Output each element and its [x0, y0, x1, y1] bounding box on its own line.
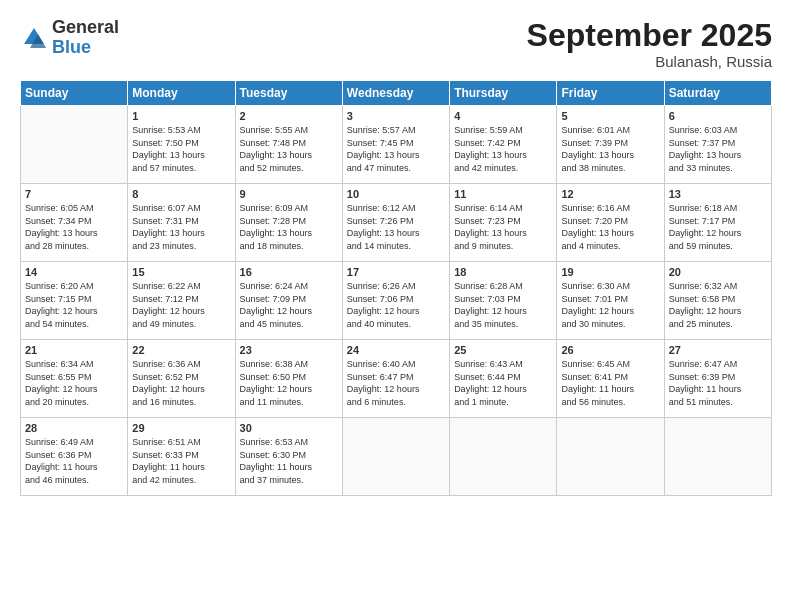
cell-info: and 47 minutes.: [347, 162, 445, 175]
cell-info: and 11 minutes.: [240, 396, 338, 409]
cell-info: Sunrise: 6:30 AM: [561, 280, 659, 293]
calendar-cell: 27Sunrise: 6:47 AMSunset: 6:39 PMDayligh…: [664, 340, 771, 418]
cell-info: Daylight: 13 hours: [561, 227, 659, 240]
cell-info: Sunrise: 6:18 AM: [669, 202, 767, 215]
day-number: 17: [347, 266, 445, 278]
calendar-cell: 20Sunrise: 6:32 AMSunset: 6:58 PMDayligh…: [664, 262, 771, 340]
cell-info: Daylight: 12 hours: [347, 383, 445, 396]
cell-info: Sunrise: 6:05 AM: [25, 202, 123, 215]
cell-info: Daylight: 13 hours: [454, 227, 552, 240]
calendar-cell: 6Sunrise: 6:03 AMSunset: 7:37 PMDaylight…: [664, 106, 771, 184]
cell-info: Daylight: 12 hours: [240, 305, 338, 318]
cell-info: and 16 minutes.: [132, 396, 230, 409]
cell-info: Sunrise: 5:57 AM: [347, 124, 445, 137]
day-number: 13: [669, 188, 767, 200]
weekday-header-friday: Friday: [557, 81, 664, 106]
day-number: 21: [25, 344, 123, 356]
day-number: 4: [454, 110, 552, 122]
weekday-header-thursday: Thursday: [450, 81, 557, 106]
calendar-cell: 29Sunrise: 6:51 AMSunset: 6:33 PMDayligh…: [128, 418, 235, 496]
cell-info: Sunset: 6:30 PM: [240, 449, 338, 462]
calendar-cell: 30Sunrise: 6:53 AMSunset: 6:30 PMDayligh…: [235, 418, 342, 496]
day-number: 14: [25, 266, 123, 278]
cell-info: and 59 minutes.: [669, 240, 767, 253]
logo-general: General: [52, 18, 119, 38]
day-number: 20: [669, 266, 767, 278]
cell-info: Sunset: 6:55 PM: [25, 371, 123, 384]
day-number: 29: [132, 422, 230, 434]
cell-info: Daylight: 12 hours: [561, 305, 659, 318]
cell-info: Sunrise: 6:32 AM: [669, 280, 767, 293]
cell-info: Sunrise: 6:45 AM: [561, 358, 659, 371]
cell-info: Sunrise: 6:24 AM: [240, 280, 338, 293]
cell-info: Sunrise: 5:53 AM: [132, 124, 230, 137]
cell-info: Sunrise: 6:28 AM: [454, 280, 552, 293]
calendar-cell: 28Sunrise: 6:49 AMSunset: 6:36 PMDayligh…: [21, 418, 128, 496]
week-row-4: 21Sunrise: 6:34 AMSunset: 6:55 PMDayligh…: [21, 340, 772, 418]
day-number: 23: [240, 344, 338, 356]
cell-info: Sunrise: 6:01 AM: [561, 124, 659, 137]
cell-info: Sunset: 7:23 PM: [454, 215, 552, 228]
day-number: 12: [561, 188, 659, 200]
calendar-cell: 22Sunrise: 6:36 AMSunset: 6:52 PMDayligh…: [128, 340, 235, 418]
calendar-cell: 7Sunrise: 6:05 AMSunset: 7:34 PMDaylight…: [21, 184, 128, 262]
day-number: 24: [347, 344, 445, 356]
cell-info: Sunset: 6:50 PM: [240, 371, 338, 384]
week-row-1: 1Sunrise: 5:53 AMSunset: 7:50 PMDaylight…: [21, 106, 772, 184]
calendar-cell: 18Sunrise: 6:28 AMSunset: 7:03 PMDayligh…: [450, 262, 557, 340]
cell-info: Daylight: 11 hours: [132, 461, 230, 474]
cell-info: Daylight: 11 hours: [240, 461, 338, 474]
cell-info: Sunrise: 6:16 AM: [561, 202, 659, 215]
cell-info: Sunrise: 6:38 AM: [240, 358, 338, 371]
cell-info: Daylight: 13 hours: [347, 149, 445, 162]
cell-info: Sunset: 6:52 PM: [132, 371, 230, 384]
cell-info: Sunrise: 6:22 AM: [132, 280, 230, 293]
calendar-cell: 16Sunrise: 6:24 AMSunset: 7:09 PMDayligh…: [235, 262, 342, 340]
cell-info: and 30 minutes.: [561, 318, 659, 331]
cell-info: Sunset: 7:34 PM: [25, 215, 123, 228]
calendar-cell: 11Sunrise: 6:14 AMSunset: 7:23 PMDayligh…: [450, 184, 557, 262]
cell-info: and 42 minutes.: [132, 474, 230, 487]
cell-info: Daylight: 13 hours: [454, 149, 552, 162]
calendar-cell: 13Sunrise: 6:18 AMSunset: 7:17 PMDayligh…: [664, 184, 771, 262]
calendar-cell: 3Sunrise: 5:57 AMSunset: 7:45 PMDaylight…: [342, 106, 449, 184]
cell-info: Sunrise: 6:51 AM: [132, 436, 230, 449]
day-number: 30: [240, 422, 338, 434]
calendar-table: SundayMondayTuesdayWednesdayThursdayFrid…: [20, 80, 772, 496]
day-number: 1: [132, 110, 230, 122]
month-title: September 2025: [527, 18, 772, 53]
cell-info: Sunset: 7:42 PM: [454, 137, 552, 150]
cell-info: and 9 minutes.: [454, 240, 552, 253]
cell-info: and 52 minutes.: [240, 162, 338, 175]
cell-info: Sunset: 6:39 PM: [669, 371, 767, 384]
day-number: 25: [454, 344, 552, 356]
day-number: 18: [454, 266, 552, 278]
cell-info: Daylight: 12 hours: [25, 305, 123, 318]
cell-info: Sunrise: 6:03 AM: [669, 124, 767, 137]
day-number: 11: [454, 188, 552, 200]
cell-info: Sunrise: 6:07 AM: [132, 202, 230, 215]
calendar-cell: 9Sunrise: 6:09 AMSunset: 7:28 PMDaylight…: [235, 184, 342, 262]
cell-info: Daylight: 13 hours: [240, 227, 338, 240]
cell-info: Sunset: 7:48 PM: [240, 137, 338, 150]
cell-info: Daylight: 11 hours: [669, 383, 767, 396]
cell-info: and 56 minutes.: [561, 396, 659, 409]
cell-info: Sunrise: 6:36 AM: [132, 358, 230, 371]
day-number: 19: [561, 266, 659, 278]
cell-info: Daylight: 12 hours: [240, 383, 338, 396]
cell-info: Daylight: 13 hours: [132, 149, 230, 162]
calendar-cell: 26Sunrise: 6:45 AMSunset: 6:41 PMDayligh…: [557, 340, 664, 418]
cell-info: Sunrise: 6:09 AM: [240, 202, 338, 215]
cell-info: Sunset: 7:45 PM: [347, 137, 445, 150]
title-block: September 2025 Bulanash, Russia: [527, 18, 772, 70]
cell-info: and 46 minutes.: [25, 474, 123, 487]
logo-text: General Blue: [52, 18, 119, 58]
calendar-cell: 12Sunrise: 6:16 AMSunset: 7:20 PMDayligh…: [557, 184, 664, 262]
cell-info: Daylight: 12 hours: [132, 305, 230, 318]
day-number: 2: [240, 110, 338, 122]
cell-info: Sunset: 6:33 PM: [132, 449, 230, 462]
cell-info: Sunrise: 5:59 AM: [454, 124, 552, 137]
cell-info: Sunset: 7:15 PM: [25, 293, 123, 306]
cell-info: Sunrise: 6:14 AM: [454, 202, 552, 215]
calendar-page: General Blue September 2025 Bulanash, Ru…: [0, 0, 792, 612]
